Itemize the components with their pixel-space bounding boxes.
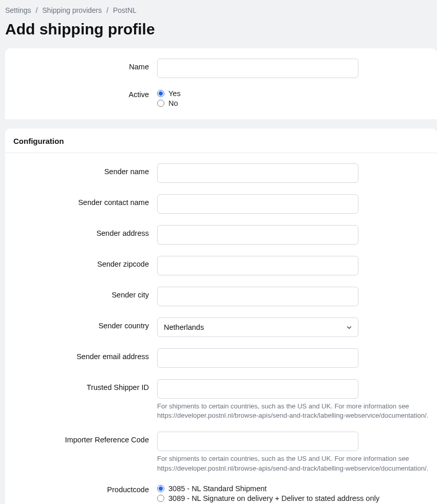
breadcrumb: Settings / Shipping providers / PostNL: [0, 0, 437, 16]
productcode-radio-group: 3085 - NL Standard Shipment 3089 - NL Si…: [157, 484, 429, 504]
trusted-shipper-input[interactable]: [157, 379, 358, 399]
row-sender-address: Sender address: [13, 225, 429, 245]
row-productcode: Productcode 3085 - NL Standard Shipment …: [13, 484, 429, 504]
label-productcode: Productcode: [13, 484, 157, 494]
active-yes-radio[interactable]: [157, 90, 164, 97]
active-no-radio[interactable]: [157, 100, 164, 107]
label-active: Active: [13, 89, 157, 99]
label-name: Name: [13, 59, 157, 71]
row-sender-contact-name: Sender contact name: [13, 194, 429, 214]
breadcrumb-postnl[interactable]: PostNL: [113, 6, 137, 14]
productcode-option-3085[interactable]: 3085 - NL Standard Shipment: [157, 484, 429, 493]
row-sender-city: Sender city: [13, 287, 429, 306]
active-yes-label: Yes: [168, 89, 181, 98]
sender-name-input[interactable]: [157, 163, 358, 183]
row-active: Active Yes No: [13, 89, 429, 109]
row-sender-country: Sender country Netherlands: [13, 318, 429, 337]
panel-configuration: Configuration Sender name Sender contact…: [5, 128, 437, 504]
row-name: Name: [13, 59, 429, 78]
row-trusted-shipper: Trusted Shipper ID For shipments to cert…: [13, 379, 429, 420]
sender-contact-name-input[interactable]: [157, 194, 358, 214]
configuration-header: Configuration: [5, 128, 437, 153]
importer-ref-help: For shipments to certain countries, such…: [157, 454, 429, 473]
sender-country-select[interactable]: Netherlands: [157, 318, 358, 337]
sender-city-input[interactable]: [157, 287, 358, 306]
trusted-shipper-help: For shipments to certain countries, such…: [157, 402, 429, 420]
sender-address-input[interactable]: [157, 225, 358, 245]
page-title: Add shipping profile: [0, 16, 437, 48]
productcode-radio-3085[interactable]: [157, 485, 164, 492]
label-sender-name: Sender name: [13, 163, 157, 176]
productcode-option-3089[interactable]: 3089 - NL Signature on delivery + Delive…: [157, 494, 429, 502]
active-radio-group: Yes No: [157, 89, 429, 107]
productcode-radio-3089[interactable]: [157, 495, 164, 502]
sender-zipcode-input[interactable]: [157, 256, 358, 275]
label-sender-city: Sender city: [13, 287, 157, 299]
label-sender-country: Sender country: [13, 318, 157, 330]
active-no-option[interactable]: No: [157, 99, 429, 107]
label-sender-zipcode: Sender zipcode: [13, 256, 157, 268]
breadcrumb-separator: /: [35, 6, 37, 14]
active-no-label: No: [168, 99, 178, 107]
label-trusted-shipper: Trusted Shipper ID: [13, 379, 157, 391]
sender-email-input[interactable]: [157, 348, 358, 368]
productcode-label-3089: 3089 - NL Signature on delivery + Delive…: [168, 494, 379, 502]
importer-ref-input[interactable]: [157, 432, 358, 451]
panel-basic: Name Active Yes No: [5, 48, 437, 119]
name-input[interactable]: [157, 59, 358, 78]
breadcrumb-settings[interactable]: Settings: [5, 6, 31, 14]
label-sender-address: Sender address: [13, 225, 157, 237]
label-importer-ref: Importer Reference Code: [13, 432, 157, 444]
label-sender-email: Sender email address: [13, 348, 157, 361]
productcode-label-3085: 3085 - NL Standard Shipment: [168, 484, 267, 493]
breadcrumb-separator: /: [106, 6, 108, 14]
row-importer-ref: Importer Reference Code For shipments to…: [13, 432, 429, 473]
label-sender-contact-name: Sender contact name: [13, 194, 157, 207]
row-sender-zipcode: Sender zipcode: [13, 256, 429, 275]
row-sender-name: Sender name: [13, 163, 429, 183]
row-sender-email: Sender email address: [13, 348, 429, 368]
active-yes-option[interactable]: Yes: [157, 89, 429, 98]
breadcrumb-shipping-providers[interactable]: Shipping providers: [42, 6, 102, 14]
